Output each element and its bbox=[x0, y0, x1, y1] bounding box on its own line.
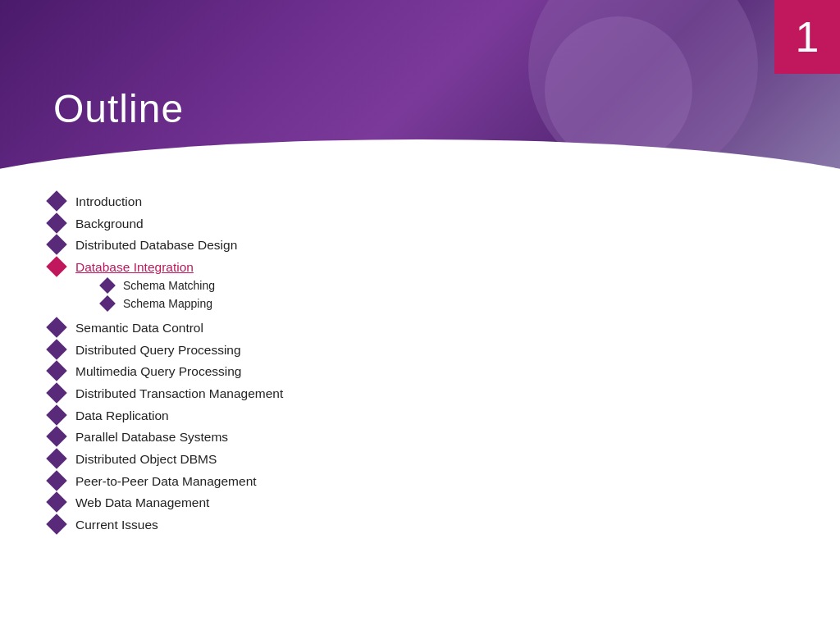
bullet-icon bbox=[46, 256, 66, 276]
sub-list-database-integration: Schema MatchingSchema Mapping bbox=[102, 278, 215, 315]
slide-title: Outline bbox=[53, 86, 184, 131]
bullet-icon bbox=[46, 492, 66, 513]
outline-item-background: Background bbox=[49, 215, 791, 233]
bullet-icon bbox=[46, 470, 66, 491]
sub-item-schema-matching: Schema Matching bbox=[102, 278, 215, 294]
outline-item-label: Distributed Object DBMS bbox=[75, 450, 217, 468]
bullet-icon bbox=[46, 235, 66, 255]
outline-item-multimedia-query-processing: Multimedia Query Processing bbox=[49, 363, 791, 381]
content-area: IntroductionBackgroundDistributed Databa… bbox=[49, 193, 791, 614]
outline-item-current-issues: Current Issues bbox=[49, 516, 791, 534]
bullet-icon bbox=[46, 212, 66, 233]
outline-item-label: Current Issues bbox=[75, 516, 158, 534]
sub-bullet-icon bbox=[99, 295, 116, 312]
outline-item-database-integration: Database IntegrationSchema MatchingSchem… bbox=[49, 258, 791, 315]
outline-item-label: Multimedia Query Processing bbox=[75, 363, 241, 381]
outline-item-peer-to-peer: Peer-to-Peer Data Management bbox=[49, 472, 791, 491]
bullet-icon bbox=[46, 427, 66, 447]
sub-item-schema-mapping: Schema Mapping bbox=[102, 296, 215, 313]
outline-list: IntroductionBackgroundDistributed Databa… bbox=[49, 193, 791, 534]
outline-item-label: Peer-to-Peer Data Management bbox=[75, 472, 257, 491]
outline-item-distributed-database-design: Distributed Database Design bbox=[49, 236, 791, 254]
outline-item-label: Database Integration bbox=[75, 258, 215, 276]
slide-number-tab: 1 bbox=[774, 0, 840, 74]
outline-item-label: Distributed Transaction Management bbox=[75, 385, 283, 403]
outline-item-label: Distributed Query Processing bbox=[75, 341, 241, 359]
outline-item-label: Semantic Data Control bbox=[75, 319, 203, 337]
slide-number: 1 bbox=[796, 16, 819, 58]
outline-item-distributed-query-processing: Distributed Query Processing bbox=[49, 341, 791, 359]
bullet-icon bbox=[46, 339, 66, 359]
bullet-icon bbox=[46, 190, 66, 211]
outline-item-label: Distributed Database Design bbox=[75, 236, 237, 254]
outline-item-label: Parallel Database Systems bbox=[75, 428, 228, 446]
sub-item-label: Schema Mapping bbox=[123, 296, 212, 313]
outline-item-web-data: Web Data Management bbox=[49, 494, 791, 512]
outline-item-label: Introduction bbox=[75, 193, 142, 211]
sub-item-label: Schema Matching bbox=[123, 278, 215, 294]
outline-item-data-replication: Data Replication bbox=[49, 407, 791, 425]
outline-item-label: Data Replication bbox=[75, 407, 169, 425]
outline-item-label: Background bbox=[75, 215, 144, 233]
bullet-icon bbox=[46, 361, 66, 381]
outline-item-semantic-data-control: Semantic Data Control bbox=[49, 319, 791, 337]
outline-item-distributed-transaction-management: Distributed Transaction Management bbox=[49, 385, 791, 403]
bullet-icon bbox=[46, 404, 66, 425]
outline-item-introduction: Introduction bbox=[49, 193, 791, 211]
bullet-icon bbox=[46, 382, 66, 403]
bullet-icon bbox=[46, 514, 66, 534]
outline-item-label: Web Data Management bbox=[75, 494, 209, 512]
banner-decoration-circle2 bbox=[545, 16, 692, 164]
outline-item-parallel-database-systems: Parallel Database Systems bbox=[49, 428, 791, 446]
outline-item-distributed-object-dbms: Distributed Object DBMS bbox=[49, 450, 791, 468]
sub-bullet-icon bbox=[99, 277, 116, 294]
bullet-icon bbox=[46, 448, 66, 468]
bullet-icon bbox=[46, 317, 66, 337]
